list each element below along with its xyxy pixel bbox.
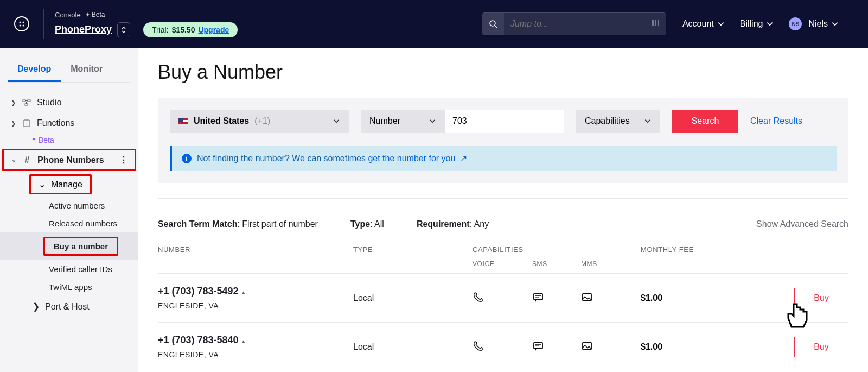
sidebar-item-manage[interactable]: ⌄ Manage bbox=[29, 174, 92, 194]
search-button[interactable]: Search bbox=[672, 110, 738, 133]
functions-icon bbox=[22, 119, 31, 128]
table-header: NUMBER TYPE CAPABILITIES MONTHLY FEE bbox=[158, 240, 848, 260]
hash-icon: # bbox=[22, 155, 32, 165]
svg-rect-6 bbox=[652, 20, 654, 26]
svg-point-0 bbox=[20, 22, 21, 23]
chevron-down-icon bbox=[644, 117, 652, 125]
svg-rect-11 bbox=[25, 104, 28, 105]
chevron-down-icon: ⌄ bbox=[39, 179, 46, 190]
more-icon[interactable]: ⋮ bbox=[119, 155, 128, 165]
svg-rect-10 bbox=[28, 100, 30, 102]
console-label: Console bbox=[55, 11, 81, 19]
sms-icon bbox=[532, 291, 581, 305]
phone-location: ENGLESIDE, VA bbox=[158, 350, 353, 359]
svg-rect-8 bbox=[658, 20, 659, 26]
country-dropdown[interactable]: United States (+1) bbox=[170, 110, 349, 133]
get-number-link[interactable]: get the number for you ↗ bbox=[368, 154, 467, 163]
sidebar-item-buy-number: Buy a number bbox=[43, 237, 118, 256]
chevron-down-icon bbox=[717, 20, 725, 28]
sidebar-item-verified-caller-ids[interactable]: Verified caller IDs bbox=[0, 260, 138, 278]
chevron-right-icon: ❯ bbox=[10, 120, 16, 127]
chevron-down-icon bbox=[333, 117, 340, 125]
chevron-down-icon: ⌄ bbox=[10, 156, 17, 163]
keyboard-shortcut-icon bbox=[652, 19, 666, 29]
sidebar-item-label: Phone Numbers bbox=[37, 155, 104, 165]
svg-point-3 bbox=[23, 25, 24, 27]
global-search[interactable] bbox=[482, 12, 666, 35]
sidebar-item-label: Manage bbox=[51, 180, 82, 190]
svg-rect-18 bbox=[534, 342, 543, 348]
capabilities-dropdown[interactable]: Capabilities bbox=[576, 110, 660, 133]
sidebar-item-phone-numbers[interactable]: ⌄ # Phone Numbers ⋮ bbox=[2, 149, 136, 171]
top-header: Console ✦Beta PhoneProxy Trial: $15.50 U… bbox=[0, 0, 868, 48]
trial-badge: Trial: $15.50 Upgrade bbox=[143, 22, 238, 37]
info-icon: i bbox=[182, 154, 192, 163]
show-advanced-search[interactable]: Show Advanced Search bbox=[756, 219, 848, 229]
svg-point-4 bbox=[490, 21, 495, 26]
sidebar-item-label: Port & Host bbox=[45, 302, 90, 312]
buy-button[interactable]: Buy bbox=[794, 288, 848, 308]
filters-summary: Search Term Match: First part of number … bbox=[158, 198, 848, 240]
number-type: Local bbox=[353, 342, 473, 352]
mms-icon bbox=[581, 340, 641, 354]
brand-logo[interactable] bbox=[14, 16, 29, 31]
buy-button[interactable]: Buy bbox=[794, 337, 848, 357]
billing-menu[interactable]: Billing bbox=[740, 19, 774, 29]
number-search-input[interactable] bbox=[445, 110, 564, 133]
sidebar-item-port-host[interactable]: ❯ Port & Host bbox=[0, 296, 138, 317]
phone-number: +1 (703) 783-5840 bbox=[158, 335, 239, 345]
chevron-right-icon: ❯ bbox=[10, 99, 16, 106]
sidebar-item-functions[interactable]: ❯ Functions bbox=[0, 113, 138, 134]
clear-results-link[interactable]: Clear Results bbox=[750, 116, 802, 126]
svg-rect-17 bbox=[583, 293, 592, 300]
search-panel: United States (+1) Number Capabilities bbox=[158, 98, 848, 183]
project-switcher[interactable] bbox=[117, 22, 130, 37]
voice-icon bbox=[473, 291, 532, 305]
account-menu[interactable]: Account bbox=[682, 19, 725, 29]
search-icon bbox=[482, 13, 504, 35]
sms-icon bbox=[532, 340, 581, 354]
upgrade-link[interactable]: Upgrade bbox=[198, 26, 229, 34]
chevron-down-icon bbox=[831, 20, 839, 28]
sidebar-item-twiml-apps[interactable]: TwiML apps bbox=[0, 278, 138, 296]
monthly-fee: $1.00 bbox=[641, 342, 749, 352]
sidebar-item-buy-number-wrap[interactable]: Buy a number bbox=[0, 232, 138, 260]
us-flag-icon bbox=[178, 118, 188, 124]
number-type: Local bbox=[353, 293, 473, 303]
avatar: NS bbox=[789, 17, 802, 30]
project-name[interactable]: PhoneProxy bbox=[55, 24, 112, 35]
number-row: +1 (703) 783-5840▲ ENGLESIDE, VA Local $… bbox=[158, 323, 848, 371]
sidebar-item-label: Studio bbox=[37, 98, 61, 108]
sidebar-item-active-numbers[interactable]: Active numbers bbox=[0, 197, 138, 215]
sidebar-item-label: Functions bbox=[37, 118, 74, 128]
svg-point-2 bbox=[20, 25, 21, 27]
svg-line-5 bbox=[495, 26, 497, 28]
table-subheader: VOICE SMS MMS bbox=[158, 260, 848, 274]
voice-icon bbox=[473, 340, 532, 354]
main-content: Buy a Number United States (+1) Number bbox=[138, 48, 868, 372]
tab-monitor[interactable]: Monitor bbox=[61, 58, 112, 82]
sidebar: Develop Monitor ❯ Studio ❯ Functions ✦Be… bbox=[0, 48, 138, 372]
info-banner: i Not finding the number? We can sometim… bbox=[170, 146, 837, 171]
match-by-dropdown[interactable]: Number bbox=[361, 110, 445, 133]
monthly-fee: $1.00 bbox=[641, 293, 749, 303]
mms-icon bbox=[581, 291, 641, 305]
user-menu[interactable]: NS Niels bbox=[789, 17, 839, 30]
chevron-down-icon bbox=[429, 117, 436, 125]
number-row: +1 (703) 783-5492▲ ENGLESIDE, VA Local $… bbox=[158, 274, 848, 323]
studio-icon bbox=[22, 98, 31, 107]
svg-rect-14 bbox=[534, 293, 543, 299]
triangle-icon: ▲ bbox=[241, 338, 246, 344]
chevron-down-icon bbox=[766, 20, 774, 28]
chevron-right-icon: ❯ bbox=[33, 301, 40, 312]
header-divider bbox=[43, 9, 44, 39]
beta-badge: ✦Beta bbox=[31, 136, 54, 148]
search-input[interactable] bbox=[504, 19, 652, 29]
svg-rect-21 bbox=[583, 342, 592, 349]
svg-point-1 bbox=[23, 22, 24, 23]
sidebar-item-released-numbers[interactable]: Released numbers bbox=[0, 215, 138, 232]
svg-rect-9 bbox=[23, 100, 25, 102]
svg-rect-7 bbox=[655, 20, 656, 26]
tab-develop[interactable]: Develop bbox=[8, 58, 61, 82]
sidebar-item-studio[interactable]: ❯ Studio bbox=[0, 92, 138, 113]
